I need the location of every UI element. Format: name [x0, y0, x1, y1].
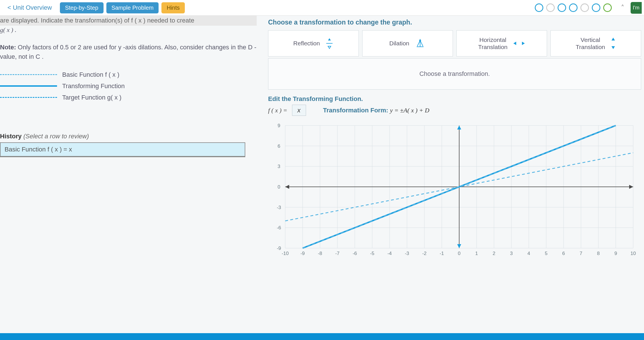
fx-value-input[interactable]: x	[292, 105, 306, 116]
reflection-button[interactable]: Reflection	[268, 30, 359, 56]
svg-line-6	[417, 41, 420, 46]
svg-marker-45	[457, 244, 461, 248]
graph-area[interactable]: -10-9-8-7-6-5-4-3-2-1012345678910-9-6-30…	[268, 123, 636, 260]
legend-transforming-line-icon	[0, 85, 57, 87]
svg-marker-8	[513, 42, 516, 45]
choose-transformation-strip: Choose a transformation.	[268, 58, 641, 90]
svg-text:-9: -9	[277, 246, 281, 251]
svg-text:6: 6	[562, 251, 565, 256]
horizontal-arrows-icon	[513, 41, 525, 46]
sample-problem-button[interactable]: Sample Problem	[106, 2, 159, 13]
svg-text:3: 3	[278, 164, 280, 169]
unit-overview-link[interactable]: < Unit Overview	[2, 2, 57, 14]
svg-text:-10: -10	[282, 251, 289, 256]
svg-text:-1: -1	[440, 251, 444, 256]
progress-circles	[535, 3, 615, 12]
choose-transformation-heading: Choose a transformation to change the gr…	[268, 19, 641, 26]
svg-marker-41	[629, 185, 633, 189]
svg-marker-11	[611, 46, 615, 49]
legend-target-label: Target Function g( x )	[62, 94, 121, 101]
dilation-button[interactable]: Dilation	[362, 30, 453, 56]
dilation-icon	[414, 38, 426, 49]
legend: Basic Function f ( x ) Transforming Func…	[0, 71, 257, 101]
progress-circle-3[interactable]	[558, 3, 566, 12]
reflection-icon	[325, 38, 334, 49]
transformation-buttons-row: Reflection Dilation HorizontalTranslatio…	[268, 30, 641, 56]
hints-button[interactable]: Hints	[161, 2, 185, 13]
svg-text:6: 6	[278, 143, 280, 149]
svg-text:-7: -7	[335, 251, 339, 256]
legend-basic-line-icon	[0, 74, 57, 75]
progress-circle-4[interactable]	[569, 3, 578, 12]
svg-text:5: 5	[545, 251, 547, 256]
svg-text:10: 10	[631, 251, 636, 256]
svg-marker-2	[328, 46, 331, 48]
edit-function-heading: Edit the Transforming Function.	[268, 95, 641, 103]
legend-basic-label: Basic Function f ( x )	[62, 71, 120, 78]
horizontal-translation-button[interactable]: HorizontalTranslation	[456, 30, 547, 56]
svg-text:-6: -6	[353, 251, 357, 256]
svg-text:-8: -8	[318, 251, 322, 256]
svg-marker-10	[611, 38, 615, 41]
svg-text:0: 0	[458, 251, 460, 256]
svg-marker-0	[328, 38, 331, 41]
svg-text:-6: -6	[277, 225, 281, 230]
im-done-button[interactable]: I'm	[631, 2, 642, 14]
svg-marker-9	[522, 42, 525, 45]
svg-text:-3: -3	[277, 205, 281, 210]
svg-text:3: 3	[510, 251, 513, 256]
svg-marker-44	[457, 126, 461, 129]
svg-text:1: 1	[475, 251, 478, 256]
progress-circle-6[interactable]	[592, 3, 600, 12]
progress-circle-2[interactable]	[546, 3, 555, 12]
svg-line-7	[420, 41, 423, 46]
svg-text:-3: -3	[405, 251, 409, 256]
progress-circle-1[interactable]	[535, 3, 543, 12]
svg-text:7: 7	[580, 251, 582, 256]
svg-text:9: 9	[614, 251, 617, 256]
collapse-up-icon[interactable]: ˄	[617, 4, 628, 12]
history-row-basic[interactable]: Basic Function f ( x ) = x	[1, 143, 245, 157]
svg-text:-4: -4	[387, 251, 392, 256]
svg-text:0: 0	[278, 184, 280, 190]
svg-text:9: 9	[278, 123, 280, 128]
svg-text:-5: -5	[370, 251, 374, 256]
svg-text:-2: -2	[422, 251, 426, 256]
instruction-text-line1: are displayed. Indicate the transformati…	[0, 16, 257, 26]
left-panel: are displayed. Indicate the transformati…	[0, 16, 262, 331]
note-block: Note: Only factors of 0.5 or 2 are used …	[0, 42, 257, 61]
transformation-form-label: Transformation Form: y = ±A( x ) + D	[323, 107, 430, 114]
svg-text:8: 8	[597, 251, 600, 256]
vertical-translation-button[interactable]: VerticalTranslation	[550, 30, 641, 56]
history-list: Basic Function f ( x ) = x	[0, 142, 245, 157]
step-by-step-button[interactable]: Step-by-Step	[60, 2, 104, 13]
progress-circle-5[interactable]	[580, 3, 589, 12]
fx-label: f ( x ) = x	[268, 107, 306, 114]
instruction-text-line2: g( x ) .	[0, 26, 257, 35]
legend-transforming-label: Transforming Function	[62, 82, 125, 90]
svg-text:4: 4	[527, 251, 530, 256]
progress-circle-7[interactable]	[603, 3, 612, 12]
svg-marker-42	[285, 185, 289, 189]
vertical-arrows-icon	[610, 37, 616, 50]
svg-text:2: 2	[493, 251, 495, 256]
top-toolbar: < Unit Overview Step-by-Step Sample Prob…	[0, 0, 644, 16]
history-heading: History (Select a row to review)	[0, 133, 257, 140]
legend-target-line-icon	[0, 97, 57, 98]
svg-text:-9: -9	[300, 251, 305, 256]
right-panel: Choose a transformation to change the gr…	[262, 16, 644, 331]
